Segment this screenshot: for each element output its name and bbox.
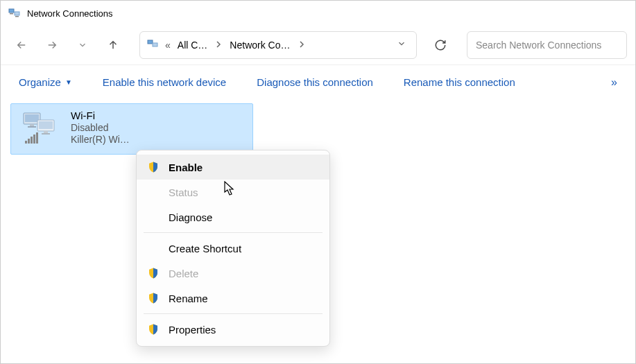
ctx-enable[interactable]: Enable [137,155,329,180]
svg-rect-14 [25,141,27,144]
connection-name: Wi-Fi [71,110,130,121]
svg-rect-8 [30,124,34,126]
svg-rect-16 [31,137,33,144]
svg-rect-11 [39,121,53,129]
ctx-properties[interactable]: Properties [137,317,329,342]
rename-label: Rename this connection [404,76,515,88]
ctx-status-label: Status [169,187,198,198]
blank-icon [146,241,160,255]
forward-button[interactable] [40,33,65,58]
network-adapter-icon [18,108,62,148]
enable-device-label: Enable this network device [103,76,226,88]
svg-rect-17 [33,135,35,144]
context-menu: Enable Status Diagnose Create Shortcut D… [136,150,330,347]
breadcrumb-separator [214,40,223,50]
diagnose-button[interactable]: Diagnose this connection [251,73,379,91]
breadcrumb-prefix: « [165,40,171,51]
search-box[interactable] [467,31,627,59]
command-bar: Organize ▼ Enable this network device Di… [1,64,635,99]
ctx-delete: Delete [137,261,329,286]
svg-rect-1 [15,12,19,15]
svg-rect-13 [42,133,50,135]
svg-rect-9 [28,126,36,128]
connection-adapter: Killer(R) Wi… [71,134,130,145]
ctx-diagnose-label: Diagnose [169,211,212,223]
breadcrumb-separator [298,40,306,50]
ctx-enable-label: Enable [169,162,203,173]
breadcrumb-item-0[interactable]: All C… [175,38,211,52]
svg-rect-7 [25,114,39,122]
dropdown-caret-icon: ▼ [65,78,72,86]
diagnose-label: Diagnose this connection [257,76,373,88]
titlebar: Network Connections [1,1,635,26]
shield-icon [146,322,160,336]
blank-icon [146,210,160,224]
ctx-create-shortcut-label: Create Shortcut [169,243,241,254]
ctx-properties-label: Properties [169,324,216,336]
svg-rect-5 [153,43,157,46]
shield-icon [146,266,160,280]
breadcrumb-item-1[interactable]: Network Co… [227,38,293,52]
menu-separator [144,313,323,314]
overflow-button[interactable]: » [605,73,623,92]
window-title: Network Connections [27,8,113,19]
blank-icon [146,185,160,199]
location-icon [146,37,161,53]
ctx-delete-label: Delete [169,268,198,279]
ctx-diagnose[interactable]: Diagnose [137,205,329,229]
connection-status: Disabled [71,122,130,133]
organize-menu[interactable]: Organize ▼ [13,73,78,91]
ctx-create-shortcut[interactable]: Create Shortcut [137,236,329,261]
organize-label: Organize [19,76,61,88]
svg-rect-15 [28,139,30,144]
address-bar[interactable]: « All C… Network Co… [139,31,417,59]
svg-rect-12 [44,131,48,133]
search-input[interactable] [476,40,618,51]
enable-device-button[interactable]: Enable this network device [97,73,232,91]
shield-icon [146,291,160,305]
back-button[interactable] [9,33,34,58]
svg-rect-0 [9,9,14,12]
navbar: « All C… Network Co… [1,26,635,64]
connection-item-wifi[interactable]: Wi-Fi Disabled Killer(R) Wi… [10,103,253,155]
svg-rect-4 [148,40,153,44]
ctx-status: Status [137,180,329,205]
connection-text: Wi-Fi Disabled Killer(R) Wi… [71,108,130,145]
rename-button[interactable]: Rename this connection [398,73,521,91]
svg-rect-2 [10,13,13,15]
refresh-button[interactable] [427,31,454,59]
svg-rect-18 [36,132,38,144]
shield-icon [146,160,160,174]
ctx-rename-label: Rename [169,293,208,304]
svg-rect-3 [15,16,19,17]
recent-dropdown[interactable] [70,33,95,58]
app-icon [8,6,22,20]
ctx-rename[interactable]: Rename [137,286,329,311]
menu-separator [144,232,323,233]
up-button[interactable] [101,33,126,58]
address-dropdown[interactable] [393,39,411,51]
